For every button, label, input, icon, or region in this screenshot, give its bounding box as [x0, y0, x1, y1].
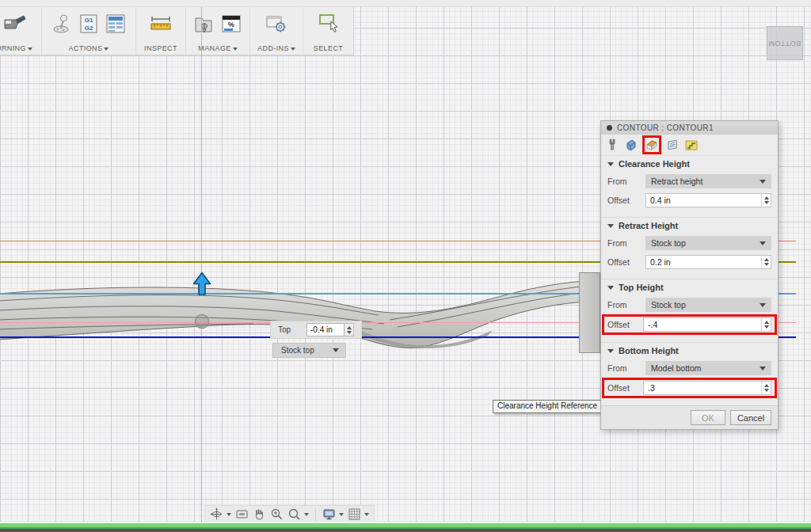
- offset-stepper[interactable]: [761, 256, 771, 268]
- ok-button[interactable]: OK: [691, 410, 725, 425]
- offset-stepper[interactable]: [761, 382, 771, 394]
- toolbar-group-turning[interactable]: TURNING: [0, 7, 42, 55]
- chevron-down-icon: [104, 48, 109, 51]
- tab-passes[interactable]: [664, 137, 680, 153]
- section-clearance-height: Clearance Height From Retract height Off…: [601, 156, 778, 212]
- inspect-label[interactable]: INSPECT: [144, 44, 177, 52]
- actions-label[interactable]: ACTIONS: [69, 44, 103, 52]
- setup-sheet-icon[interactable]: [105, 13, 126, 34]
- chevron-down-icon: [339, 513, 344, 516]
- machining-time-icon[interactable]: %: [221, 13, 242, 34]
- offset-label: Offset: [607, 320, 643, 329]
- measure-icon[interactable]: [149, 13, 173, 34]
- zoom-button[interactable]: [270, 507, 284, 521]
- toolbar-group-addins[interactable]: ADD-INS: [250, 7, 303, 55]
- tab-linking[interactable]: [683, 137, 699, 153]
- chevron-down-icon: [760, 241, 766, 245]
- top-offset-stepper[interactable]: [345, 323, 354, 336]
- toolbar-group-select[interactable]: SELECT: [303, 7, 353, 55]
- cancel-button[interactable]: Cancel: [730, 410, 771, 425]
- retract-from-dropdown[interactable]: Stock top: [645, 236, 771, 250]
- pan-hand-icon: [253, 507, 266, 521]
- select-icon[interactable]: [318, 13, 340, 35]
- dialog-tabs: [601, 135, 778, 156]
- offset-stepper[interactable]: [761, 194, 771, 207]
- viewcube-face-label[interactable]: BOTTOM: [768, 40, 801, 48]
- collapse-triangle-icon: [607, 224, 614, 228]
- addins-icon[interactable]: [265, 13, 287, 34]
- look-at-icon: [235, 507, 249, 521]
- from-label: From: [607, 177, 645, 186]
- retract-offset-input[interactable]: 0.2 in: [645, 255, 771, 269]
- chevron-down-icon: [233, 48, 238, 51]
- chevron-down-icon: [227, 513, 231, 516]
- top-offset-input[interactable]: -0.4 in: [307, 323, 345, 336]
- select-label[interactable]: SELECT: [314, 44, 343, 52]
- orbit-button[interactable]: [210, 507, 231, 521]
- display-settings-button[interactable]: [322, 507, 344, 521]
- simulate-icon[interactable]: [51, 13, 72, 34]
- svg-text:%: %: [228, 21, 234, 28]
- tool-library-icon[interactable]: [194, 13, 215, 34]
- geometry-icon: [625, 139, 638, 151]
- post-process-icon[interactable]: G1 G2: [78, 13, 99, 34]
- dialog-handle-icon[interactable]: [607, 125, 612, 131]
- pan-button[interactable]: [253, 507, 266, 521]
- zoom-icon: [270, 507, 284, 521]
- look-at-button[interactable]: [235, 507, 249, 521]
- section-header[interactable]: Top Height: [601, 279, 778, 295]
- origin-handle-icon: [196, 315, 209, 329]
- from-label: From: [607, 363, 645, 373]
- navigation-toolbar: [204, 505, 375, 523]
- top-height-offset-input[interactable]: -.4: [643, 317, 771, 332]
- tab-tool[interactable]: [604, 137, 620, 153]
- chevron-down-icon: [304, 513, 309, 516]
- section-header[interactable]: Retract Height: [601, 218, 778, 234]
- zoom-window-button[interactable]: [287, 507, 309, 521]
- manage-label[interactable]: MANAGE: [198, 44, 230, 52]
- window-bottom-edge: [0, 529, 811, 532]
- chevron-down-icon: [760, 180, 766, 184]
- offset-label: Offset: [607, 383, 643, 393]
- spin-down-icon[interactable]: [347, 331, 352, 334]
- main-toolbar: TURNING G1 G2: [0, 7, 354, 55]
- section-header[interactable]: Bottom Height: [601, 343, 778, 359]
- tab-geometry[interactable]: [623, 137, 639, 153]
- spin-up-icon[interactable]: [347, 326, 352, 329]
- addins-label[interactable]: ADD-INS: [257, 44, 289, 52]
- grid-icon: [348, 507, 361, 521]
- stock-top-dropdown[interactable]: Stock top: [272, 343, 346, 358]
- dialog-footer: OK Cancel: [601, 405, 778, 429]
- section-retract-height: Retract Height From Stock top Offset 0.2…: [601, 217, 778, 274]
- bottom-from-dropdown[interactable]: Model bottom: [645, 361, 771, 375]
- dialog-title: CONTOUR : CONTOUR1: [617, 124, 714, 132]
- top-offset-float: Top -0.4 in: [270, 321, 362, 339]
- viewport-canvas[interactable]: Top -0.4 in Stock top Clearance Height R…: [0, 0, 811, 532]
- section-header[interactable]: Clearance Height: [601, 156, 778, 172]
- offset-label: Offset: [607, 196, 645, 205]
- bottom-offset-highlight-box: Offset .3: [602, 378, 777, 398]
- chevron-down-icon: [760, 367, 766, 370]
- zoom-window-icon: [287, 507, 301, 521]
- from-label: From: [607, 300, 645, 310]
- height-drag-arrow-icon: [194, 273, 211, 295]
- clearance-from-dropdown[interactable]: Retract height: [645, 174, 771, 188]
- clearance-offset-input[interactable]: 0.4 in: [645, 193, 771, 207]
- turning-tool-icon[interactable]: [3, 13, 27, 34]
- chevron-down-icon: [28, 48, 32, 51]
- turning-label[interactable]: TURNING: [0, 44, 26, 52]
- tool-icon: [606, 139, 619, 151]
- linking-icon: [685, 139, 698, 151]
- bottom-height-offset-input[interactable]: .3: [643, 381, 771, 395]
- offset-stepper[interactable]: [761, 318, 771, 331]
- toolbar-group-inspect[interactable]: INSPECT: [136, 7, 186, 55]
- collapse-triangle-icon: [607, 286, 614, 290]
- dialog-title-bar[interactable]: CONTOUR : CONTOUR1: [601, 121, 778, 135]
- grid-settings-button[interactable]: [348, 507, 369, 521]
- toolbar-group-actions[interactable]: G1 G2 ACTIONS: [42, 7, 136, 55]
- viewcube[interactable]: BOTTOM: [767, 26, 803, 60]
- top-from-dropdown[interactable]: Stock top: [645, 298, 771, 312]
- tab-heights[interactable]: [642, 135, 661, 154]
- toolbar-group-manage[interactable]: % MANAGE: [186, 7, 250, 55]
- chevron-down-icon: [333, 348, 339, 352]
